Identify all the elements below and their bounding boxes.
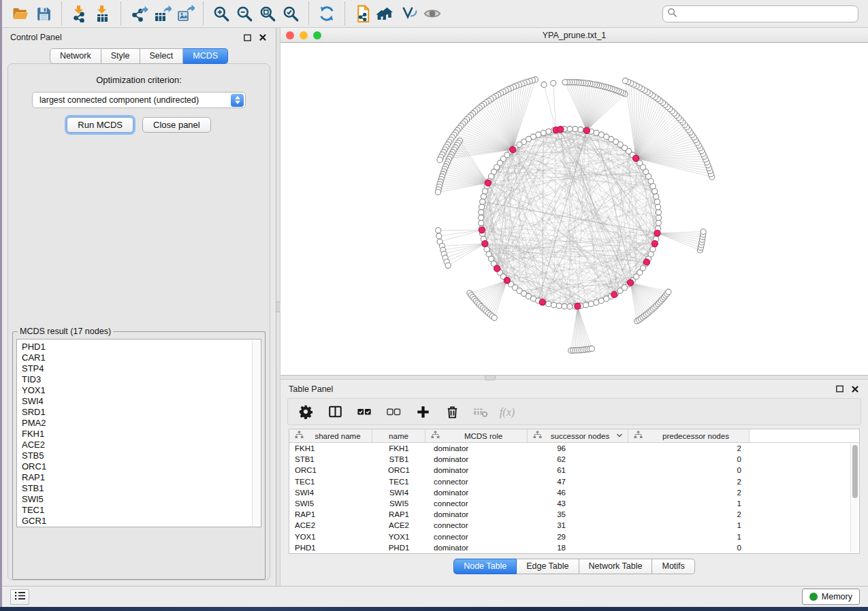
zoom-in-button[interactable] xyxy=(210,3,233,24)
window-minimize-icon[interactable] xyxy=(300,31,308,39)
close-panel-button[interactable]: Close panel xyxy=(142,117,211,133)
network-canvas[interactable] xyxy=(280,43,868,375)
vertical-splitter[interactable] xyxy=(276,28,280,586)
column-header-name[interactable]: name xyxy=(372,429,425,442)
mcds-node-item[interactable]: TEC1 xyxy=(22,505,248,516)
mcds-node-item[interactable]: SWI4 xyxy=(22,396,248,407)
mcds-node-item[interactable]: ORC1 xyxy=(22,461,248,472)
right-column: YPA_prune.txt_1 Table Panel xyxy=(280,28,868,586)
cell: YOX1 xyxy=(372,533,425,541)
split-table-button[interactable] xyxy=(323,401,347,423)
cell: 35 xyxy=(528,510,628,518)
toolbar-separator xyxy=(120,2,121,25)
mcds-node-item[interactable]: PMA2 xyxy=(22,418,248,429)
zoom-out-button[interactable] xyxy=(233,3,256,24)
tab-select[interactable]: Select xyxy=(140,48,184,64)
table-row[interactable]: SWI4SWI4dominator462 xyxy=(289,487,859,498)
table-settings-button[interactable] xyxy=(293,401,318,423)
mcds-node-item[interactable]: YOX1 xyxy=(22,385,248,396)
zoom-fit-icon xyxy=(259,5,276,22)
mcds-node-item[interactable]: SWI5 xyxy=(22,494,248,505)
zoom-fit-button[interactable] xyxy=(256,3,279,24)
tab-style[interactable]: Style xyxy=(101,48,140,64)
import-network-button[interactable] xyxy=(68,3,91,24)
import-table-button[interactable] xyxy=(91,3,114,24)
apply-function-button[interactable]: f(x) xyxy=(498,401,523,423)
hide-graphics-details-icon xyxy=(400,5,419,22)
scrollbar-thumb[interactable] xyxy=(852,445,858,498)
tab-mcds[interactable]: MCDS xyxy=(183,48,228,64)
column-header-shared-name[interactable]: shared name xyxy=(289,429,372,442)
mcds-list-scrollbar[interactable] xyxy=(252,340,260,526)
tab-network[interactable]: Network xyxy=(50,48,101,64)
select-all-button[interactable] xyxy=(352,401,376,423)
mcds-node-item[interactable]: CAR1 xyxy=(22,352,248,363)
mcds-node-item[interactable]: TID3 xyxy=(22,374,248,385)
table-row[interactable]: STB1STB1dominator620 xyxy=(289,454,859,465)
table-row[interactable]: RAP1RAP1dominator352 xyxy=(289,509,859,520)
cell: dominator xyxy=(425,455,528,463)
share-network-document-button[interactable] xyxy=(351,3,374,24)
export-image-button[interactable] xyxy=(174,3,197,24)
mcds-node-item[interactable]: ACE2 xyxy=(22,440,248,450)
network-graph[interactable] xyxy=(280,43,868,375)
float-panel-icon[interactable] xyxy=(242,33,253,43)
mcds-node-item[interactable]: STB1 xyxy=(22,483,248,494)
optimization-criterion-select[interactable]: largest connected component (undirected) xyxy=(32,92,246,108)
table-row[interactable]: YOX1YOX1connector291 xyxy=(289,531,859,542)
memory-button[interactable]: Memory xyxy=(802,589,860,605)
open-session-button[interactable] xyxy=(9,3,32,24)
mcds-node-item[interactable]: SRD1 xyxy=(22,407,248,418)
tab-node-table[interactable]: Node Table xyxy=(453,559,517,574)
mcds-node-item[interactable]: STP4 xyxy=(22,363,248,374)
column-header-MCDS-role[interactable]: MCDS role xyxy=(425,429,528,442)
refresh-view-button[interactable] xyxy=(315,3,338,24)
export-table-button[interactable] xyxy=(150,3,174,24)
add-column-button[interactable] xyxy=(411,401,435,423)
delete-table-button[interactable] xyxy=(469,401,494,423)
table-row[interactable]: ORC1ORC1dominator610 xyxy=(289,465,859,476)
table-row[interactable]: SWI5SWI5connector431 xyxy=(289,498,859,509)
splitter-grip-icon[interactable] xyxy=(485,375,496,380)
close-panel-icon[interactable] xyxy=(258,33,268,42)
mcds-node-item[interactable]: FKH1 xyxy=(22,429,248,440)
window-close-icon[interactable] xyxy=(286,31,294,39)
search-input[interactable] xyxy=(677,9,854,18)
run-mcds-button[interactable]: Run MCDS xyxy=(67,117,133,133)
deselect-all-button[interactable] xyxy=(381,401,406,423)
tab-network-table[interactable]: Network Table xyxy=(579,559,653,574)
task-history-button[interactable] xyxy=(10,589,29,605)
table-row[interactable]: PHD1PHD1dominator180 xyxy=(289,542,859,553)
tab-motifs[interactable]: Motifs xyxy=(652,559,694,574)
column-header-predecessor-nodes[interactable]: predecessor nodes xyxy=(628,429,750,442)
zoom-selected-button[interactable] xyxy=(279,3,302,24)
show-graphics-details-button[interactable] xyxy=(421,3,444,24)
table-panel: Table Panel f(x) sh xyxy=(280,380,868,586)
save-session-button[interactable] xyxy=(32,3,55,24)
cell: dominator xyxy=(425,544,528,552)
float-panel-icon[interactable] xyxy=(835,384,845,394)
document-share-icon xyxy=(354,4,372,23)
delete-column-button[interactable] xyxy=(440,401,464,423)
table-row[interactable]: ACE2ACE2connector311 xyxy=(289,520,859,531)
table-row[interactable]: TEC1TEC1connector472 xyxy=(289,476,859,487)
hide-graphics-details-button[interactable] xyxy=(398,3,421,24)
mcds-node-item[interactable]: GCR1 xyxy=(22,516,248,527)
mcds-node-item[interactable]: RAP1 xyxy=(22,472,248,483)
column-header-successor-nodes[interactable]: successor nodes xyxy=(528,429,628,442)
table-toolbar: f(x) xyxy=(287,398,861,425)
mcds-node-item[interactable]: STB5 xyxy=(22,450,248,461)
mcds-result-list[interactable]: PHD1CAR1STP4TID3YOX1SWI4SRD1PMA2FKH1ACE2… xyxy=(16,339,261,527)
horizontal-splitter[interactable] xyxy=(280,375,868,380)
mcds-node-item[interactable]: PHD1 xyxy=(22,342,248,352)
export-network-button[interactable] xyxy=(127,3,150,24)
tab-edge-table[interactable]: Edge Table xyxy=(517,559,579,574)
cell: 96 xyxy=(528,444,628,452)
cell: RAP1 xyxy=(372,510,425,518)
close-panel-icon[interactable] xyxy=(850,384,860,394)
table-row[interactable]: FKH1FKH1dominator962 xyxy=(289,443,859,454)
window-zoom-icon[interactable] xyxy=(313,31,321,39)
table-scrollbar[interactable] xyxy=(850,444,858,552)
home-pages-button[interactable] xyxy=(374,3,398,24)
search-box[interactable] xyxy=(662,5,858,22)
